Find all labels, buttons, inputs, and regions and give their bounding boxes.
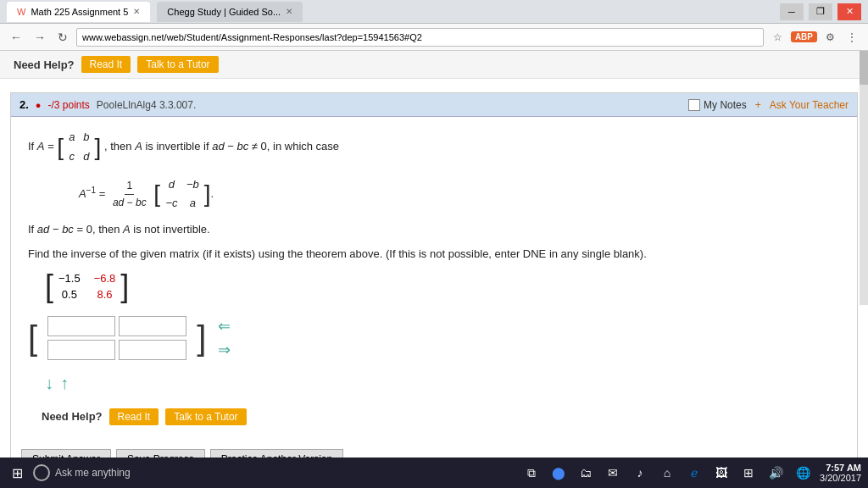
apps-icon[interactable]: ⊞ xyxy=(738,463,759,483)
mail-icon[interactable]: ✉ xyxy=(603,463,623,483)
page-content: Need Help? Read It Talk to a Tutor 2. ● … xyxy=(0,51,868,458)
files-icon[interactable]: 🗂 xyxy=(576,463,596,483)
scrollbar[interactable] xyxy=(860,51,868,305)
back-button[interactable]: ← xyxy=(7,29,25,46)
cell-d: d xyxy=(83,148,89,166)
scrollbar-thumb[interactable] xyxy=(860,51,868,85)
tab-label-2: Chegg Study | Guided So... xyxy=(167,7,281,17)
restore-button[interactable]: ❐ xyxy=(809,3,832,20)
matrix-inv-display: [ d −b −c a ] xyxy=(153,175,210,215)
fraction-display: 1 ad − bc xyxy=(111,178,148,211)
start-button[interactable]: ⊞ xyxy=(7,463,28,483)
input-cell-10[interactable] xyxy=(47,340,115,360)
plus-icon-q: ● xyxy=(36,100,42,110)
cell-c: c xyxy=(69,148,75,166)
question-section: 2. ● -/3 points PooleLlnAlg4 3.3.007. My… xyxy=(10,92,858,458)
submit-answer-button[interactable]: Submit Answer xyxy=(21,449,111,458)
bottom-need-help-bar: Need Help? Read It Talk to a Tutor xyxy=(28,403,840,430)
given-matrix-inner: −1.5 −6.8 0.5 8.6 xyxy=(55,270,119,302)
need-help-label-bottom: Need Help? xyxy=(42,410,103,423)
arrow-up-button[interactable]: ↑ xyxy=(60,374,69,393)
forward-button[interactable]: → xyxy=(31,29,49,46)
reload-button[interactable]: ↻ xyxy=(54,29,71,46)
given-matrix-bracket: [ −1.5 −6.8 0.5 8.6 ] xyxy=(45,270,129,302)
bracket-right-inv: ] xyxy=(204,182,211,206)
row-arrow-controls: ↓ ↑ xyxy=(45,374,840,393)
taskbar: ⊞ Ask me anything ⧉ ⬤ 🗂 ✉ ♪ ⌂ ℯ 🖼 ⊞ 🔊 🌐 … xyxy=(0,458,868,488)
taskbar-search-text[interactable]: Ask me anything xyxy=(55,467,131,479)
adblock-button[interactable]: ABP xyxy=(791,31,817,42)
input-cell-01[interactable] xyxy=(119,316,186,336)
bracket-left-a: [ xyxy=(57,136,64,159)
home-icon[interactable]: ⌂ xyxy=(657,463,677,483)
input-matrix-area: [ ] ⇐ ⇒ xyxy=(28,313,840,363)
inv-cell-d: d xyxy=(165,176,178,194)
tab-active[interactable]: W Math 225 Assignment 5 ✕ xyxy=(7,2,150,22)
tab-inactive[interactable]: Chegg Study | Guided So... ✕ xyxy=(157,2,303,22)
browser-titlebar: W Math 225 Assignment 5 ✕ Chegg Study | … xyxy=(0,0,868,24)
taskview-icon[interactable]: ⧉ xyxy=(521,463,542,483)
arrow-right-button[interactable]: ⇐ xyxy=(218,317,231,336)
given-bracket-right: ] xyxy=(120,271,129,302)
question-header-right: My Notes + Ask Your Teacher xyxy=(688,99,849,111)
ask-teacher-link[interactable]: Ask Your Teacher xyxy=(770,99,849,111)
arrow-left-button[interactable]: ⇒ xyxy=(218,341,231,359)
need-help-label-top: Need Help? xyxy=(14,58,75,71)
photos-icon[interactable]: 🖼 xyxy=(711,463,732,483)
input-bracket-right: ] xyxy=(197,321,206,355)
plus-icon-teacher: + xyxy=(755,99,761,111)
top-need-help-bar: Need Help? Read It Talk to a Tutor xyxy=(0,51,868,79)
input-cell-00[interactable] xyxy=(47,316,115,336)
notes-checkbox[interactable] xyxy=(688,99,700,111)
matrix-arrow-controls: ⇐ ⇒ xyxy=(218,317,231,359)
close-button[interactable]: ✕ xyxy=(837,3,861,20)
talk-tutor-button-bottom[interactable]: Talk to a Tutor xyxy=(165,408,246,425)
input-cell-11[interactable] xyxy=(119,340,186,360)
arrow-down-button[interactable]: ↓ xyxy=(45,374,53,393)
tab-close-1[interactable]: ✕ xyxy=(133,7,140,16)
given-cell-11: 8.6 xyxy=(94,288,116,301)
given-cell-10: 0.5 xyxy=(58,288,81,301)
music-icon[interactable]: ♪ xyxy=(630,463,650,483)
practice-another-button[interactable]: Practice Another Version xyxy=(210,449,343,458)
matrix-a-inner: a b c d xyxy=(65,127,92,168)
given-bracket-left: [ xyxy=(45,271,53,302)
bracket-right-a: ] xyxy=(95,136,102,159)
cell-b: b xyxy=(83,129,89,147)
find-inverse-text: Find the inverse of the given matrix (if… xyxy=(28,246,840,263)
read-it-button-top[interactable]: Read It xyxy=(81,56,131,73)
cell-a: a xyxy=(69,129,75,147)
browser-toolbar: ← → ↻ ☆ ABP ⚙ ⋮ xyxy=(0,24,868,51)
taskbar-system-icons: ⧉ ⬤ 🗂 ✉ ♪ ⌂ ℯ 🖼 ⊞ 🔊 🌐 7:57 AM 3/20/2017 xyxy=(521,463,861,483)
not-invertible-text: If ad − bc = 0, then A is not invertible… xyxy=(28,221,840,239)
given-matrix-display: [ −1.5 −6.8 0.5 8.6 ] xyxy=(45,270,840,302)
frac-denominator: ad − bc xyxy=(111,195,148,211)
bookmark-icon[interactable]: ☆ xyxy=(769,28,787,47)
toolbar-icons: ☆ ABP ⚙ ⋮ xyxy=(769,28,861,47)
matrix-inv-inner: d −b −c a xyxy=(162,175,203,215)
clock-time: 7:57 AM xyxy=(820,463,861,473)
volume-icon[interactable]: 🔊 xyxy=(765,463,786,483)
edge-icon[interactable]: ℯ xyxy=(684,463,704,483)
extensions-icon[interactable]: ⚙ xyxy=(821,28,839,47)
save-progress-button[interactable]: Save Progress xyxy=(116,449,205,458)
notes-label: My Notes xyxy=(704,99,747,111)
read-it-button-bottom[interactable]: Read It xyxy=(109,408,159,425)
bottom-action-buttons: Submit Answer Save Progress Practice Ano… xyxy=(11,444,857,458)
network-icon[interactable]: 🌐 xyxy=(793,463,813,483)
minimize-button[interactable]: ─ xyxy=(780,3,804,20)
if-a-text: If A = xyxy=(28,140,57,152)
question-source: PooleLlnAlg4 3.3.007. xyxy=(97,99,196,111)
notes-link[interactable]: My Notes xyxy=(688,99,747,111)
question-body: If A = [ a b c d ] , then A is invertibl… xyxy=(11,117,857,444)
address-bar[interactable] xyxy=(76,28,764,47)
taskbar-search-area: Ask me anything xyxy=(33,464,516,481)
talk-tutor-button-top[interactable]: Talk to a Tutor xyxy=(137,56,218,73)
tab-close-2[interactable]: ✕ xyxy=(286,7,292,16)
given-cell-00: −1.5 xyxy=(58,272,81,285)
chrome-icon[interactable]: ⬤ xyxy=(548,463,569,483)
search-circle-icon xyxy=(33,464,50,481)
question-points: -/3 points xyxy=(48,99,90,111)
more-icon[interactable]: ⋮ xyxy=(843,28,861,47)
inverse-label: A xyxy=(79,187,86,200)
